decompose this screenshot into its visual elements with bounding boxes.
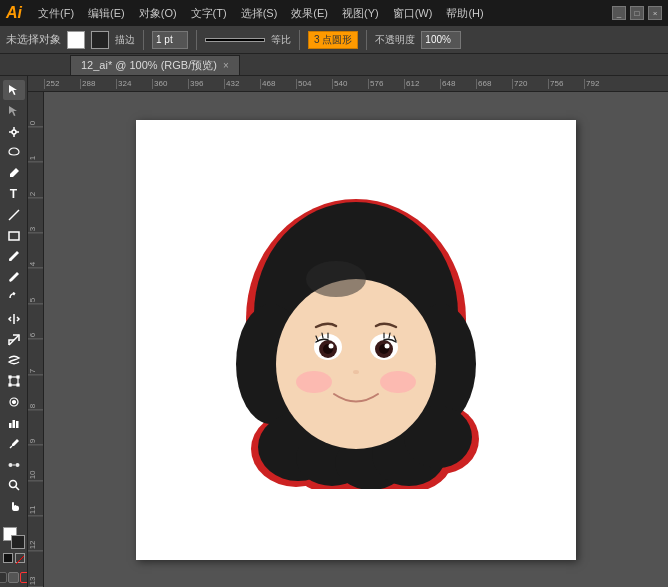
symbol-tool[interactable]	[3, 392, 25, 412]
ruler-mark: 648	[440, 79, 476, 89]
menu-text[interactable]: 文字(T)	[185, 4, 233, 23]
ruler-mark: 468	[260, 79, 296, 89]
maximize-button[interactable]: □	[630, 6, 644, 20]
minimize-button[interactable]: _	[612, 6, 626, 20]
menu-window[interactable]: 窗口(W)	[387, 4, 439, 23]
main-area: T	[0, 76, 668, 587]
type-tool[interactable]: T	[3, 184, 25, 204]
character-container	[216, 189, 496, 491]
document-tab[interactable]: 12_ai* @ 100% (RGB/预览) ×	[70, 55, 240, 75]
line-tool[interactable]	[3, 205, 25, 225]
svg-point-52	[385, 343, 390, 348]
ratio-label: 等比	[271, 33, 291, 47]
lasso-tool[interactable]	[3, 142, 25, 162]
rect-tool[interactable]	[3, 226, 25, 246]
svg-rect-11	[9, 376, 11, 378]
svg-point-4	[12, 130, 16, 134]
opacity-input[interactable]	[421, 31, 461, 49]
divider-2	[196, 30, 197, 50]
divider-4	[366, 30, 367, 50]
small-swatches	[3, 553, 25, 563]
background-swatch[interactable]	[11, 535, 25, 549]
hand-tool[interactable]	[3, 496, 25, 516]
ruler-left: 0 1 2 3 4 5 6 7 8 9 10 11 12 13	[28, 92, 44, 587]
color-swatches	[0, 523, 28, 567]
brush-tool[interactable]	[3, 247, 25, 267]
screen-mode-3[interactable]	[20, 572, 28, 583]
zoom-tool[interactable]	[3, 475, 25, 495]
options-bar: 未选择对象 描边 等比 3 点圆形 不透明度	[0, 26, 668, 54]
svg-point-7	[9, 258, 12, 261]
ruler-mark-v: 3	[28, 198, 43, 233]
rotate-tool[interactable]	[3, 288, 25, 308]
svg-rect-12	[17, 376, 19, 378]
ruler-mark-v: 11	[28, 481, 43, 516]
svg-rect-6	[9, 232, 19, 240]
warp-tool[interactable]	[3, 351, 25, 371]
black-swatch[interactable]	[3, 553, 13, 563]
divider-3	[299, 30, 300, 50]
stroke-weight-input[interactable]	[152, 31, 188, 49]
scale-tool[interactable]	[3, 330, 25, 350]
svg-line-26	[16, 556, 24, 564]
ruler-mark-v: 7	[28, 340, 43, 375]
fill-color-box[interactable]	[67, 31, 85, 49]
window-controls: _ □ ×	[612, 6, 662, 20]
svg-rect-13	[9, 384, 11, 386]
pencil-tool[interactable]	[3, 267, 25, 287]
reflect-tool[interactable]	[3, 309, 25, 329]
ruler-mark-v: 6	[28, 304, 43, 339]
title-bar: Ai 文件(F) 编辑(E) 对象(O) 文字(T) 选择(S) 效果(E) 视…	[0, 0, 668, 26]
svg-point-16	[12, 401, 15, 404]
ruler-mark-v: 4	[28, 233, 43, 268]
ruler-mark: 252	[44, 79, 80, 89]
none-swatch[interactable]	[15, 553, 25, 563]
svg-line-20	[10, 446, 12, 448]
svg-point-21	[8, 463, 12, 467]
svg-line-5	[9, 210, 19, 220]
shape-label[interactable]: 3 点圆形	[308, 31, 358, 49]
svg-rect-19	[16, 421, 19, 428]
menu-help[interactable]: 帮助(H)	[440, 4, 489, 23]
svg-point-22	[15, 463, 19, 467]
menu-edit[interactable]: 编辑(E)	[82, 4, 131, 23]
stroke-label: 描边	[115, 33, 135, 47]
stroke-color-box[interactable]	[91, 31, 109, 49]
svg-point-41	[276, 279, 436, 449]
tab-bar: 12_ai* @ 100% (RGB/预览) ×	[0, 54, 668, 76]
menu-object[interactable]: 对象(O)	[133, 4, 183, 23]
ruler-mark-v: 12	[28, 516, 43, 551]
svg-rect-18	[12, 420, 15, 428]
ruler-mark: 432	[224, 79, 260, 89]
canvas-area[interactable]	[44, 92, 668, 587]
selection-tool[interactable]	[3, 80, 25, 100]
opacity-label: 不透明度	[375, 33, 415, 47]
menu-effect[interactable]: 效果(E)	[285, 4, 334, 23]
ruler-marks-horizontal: 252 288 324 360 396 432 468 504 540 576 …	[44, 79, 620, 89]
artboard	[136, 120, 576, 560]
swatch-stack[interactable]	[3, 527, 25, 549]
pen-tool[interactable]	[3, 163, 25, 183]
eyedropper-tool[interactable]	[3, 434, 25, 454]
magic-wand-tool[interactable]	[3, 122, 25, 142]
ruler-mark: 612	[404, 79, 440, 89]
menu-select[interactable]: 选择(S)	[235, 4, 284, 23]
svg-point-59	[306, 261, 366, 297]
screen-mode-1[interactable]	[0, 572, 7, 583]
canvas-container: 252 288 324 360 396 432 468 504 540 576 …	[28, 76, 668, 587]
menu-file[interactable]: 文件(F)	[32, 4, 80, 23]
ruler-mark-v: 0	[28, 92, 43, 127]
menu-view[interactable]: 视图(Y)	[336, 4, 385, 23]
ruler-mark-v: 2	[28, 163, 43, 198]
column-chart-tool[interactable]	[3, 413, 25, 433]
ruler-mark: 756	[548, 79, 584, 89]
ruler-mark: 540	[332, 79, 368, 89]
tab-close-button[interactable]: ×	[223, 60, 229, 71]
screen-mode-2[interactable]	[8, 572, 19, 583]
menu-bar: 文件(F) 编辑(E) 对象(O) 文字(T) 选择(S) 效果(E) 视图(Y…	[32, 4, 490, 23]
free-transform-tool[interactable]	[3, 371, 25, 391]
ruler-mark: 396	[188, 79, 224, 89]
direct-select-tool[interactable]	[3, 101, 25, 121]
close-button[interactable]: ×	[648, 6, 662, 20]
blend-tool[interactable]	[3, 455, 25, 475]
